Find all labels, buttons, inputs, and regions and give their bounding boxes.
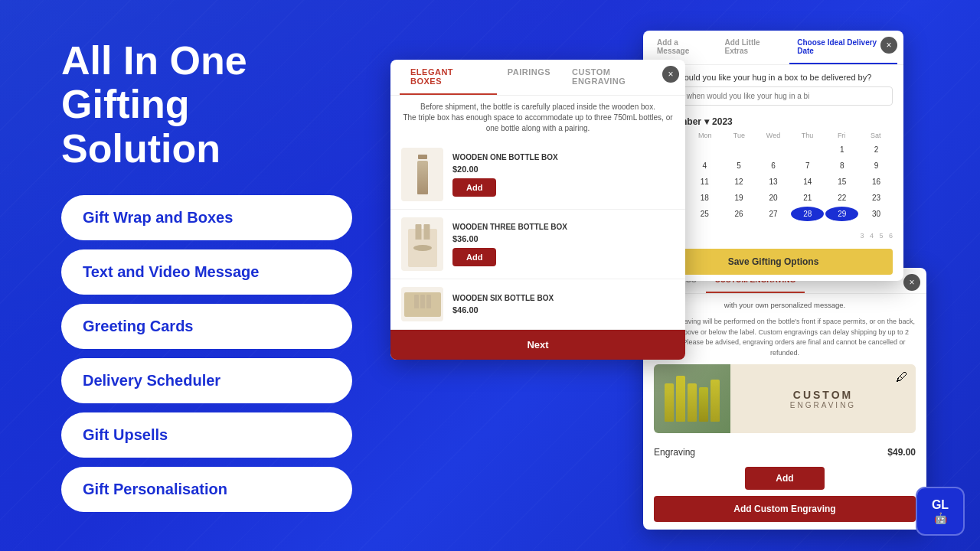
cal-day[interactable]: 26: [723, 207, 756, 221]
right-area: × ELEGANT BOXES PAIRINGS CUSTOM ENGRAVIN…: [383, 0, 980, 551]
cal-day[interactable]: [791, 142, 824, 157]
cal-day[interactable]: 21: [791, 191, 824, 205]
headline-line1: All In One: [61, 38, 247, 83]
modal3-description: Your engraving will be performed on the …: [643, 317, 926, 364]
add-one-bottle-button[interactable]: Add: [452, 178, 496, 197]
next-button[interactable]: Next: [390, 330, 685, 360]
cal-day[interactable]: 20: [757, 191, 790, 205]
product-name-six-bottle: WOODEN SIX BOTTLE BOX: [452, 294, 675, 302]
cal-day[interactable]: 18: [688, 191, 721, 205]
cal-day[interactable]: 2: [860, 142, 893, 157]
cal-day[interactable]: [688, 142, 721, 157]
engraving-product-name: Engraving: [654, 447, 695, 458]
headline: All In One Gifting Solution: [61, 39, 352, 171]
cal-day[interactable]: 12: [723, 174, 756, 189]
cal-day[interactable]: 6: [757, 158, 790, 173]
calendar-year-separator: ▾: [704, 116, 709, 127]
product-img-one-bottle: [401, 148, 443, 201]
logo: GL 🤖: [916, 487, 965, 536]
modal1-close-button[interactable]: ×: [662, 66, 679, 83]
cal-day[interactable]: 30: [860, 207, 893, 221]
product-price-one-bottle: $20.00: [452, 165, 675, 174]
logo-text: GL: [932, 498, 949, 512]
engraving-banner: CUSTOM ENGRAVING 🖊: [654, 364, 916, 433]
feature-btn-upsells[interactable]: Gift Upsells: [61, 412, 352, 458]
cal-day[interactable]: 11: [688, 174, 721, 189]
cal-day[interactable]: 9: [860, 158, 893, 173]
engraving-label: CUSTOM: [793, 389, 853, 401]
engraving-product-price: $49.00: [887, 447, 916, 458]
product-price-three-bottle: $36.00: [452, 234, 675, 243]
add-engraving-button[interactable]: Add: [745, 467, 824, 490]
modal-custom-engraving: × PAIRINGS CUSTOM ENGRAVING with your ow…: [643, 268, 926, 530]
cal-day[interactable]: [723, 142, 756, 157]
product-info-one-bottle: WOODEN ONE BOTTLE BOX $20.00 Add: [452, 153, 675, 197]
cal-day-today[interactable]: 28: [791, 207, 824, 221]
cal-day[interactable]: 27: [757, 207, 790, 221]
modal2-close-button[interactable]: ×: [880, 37, 897, 54]
tab-elegant-boxes[interactable]: ELEGANT BOXES: [400, 60, 497, 95]
left-panel: All In One Gifting Solution Gift Wrap an…: [0, 0, 383, 551]
cal-day[interactable]: 22: [825, 191, 858, 205]
product-six-bottle: WOODEN SIX BOTTLE BOX $46.00: [390, 279, 685, 330]
feature-list: Gift Wrap and BoxesText and Video Messag…: [61, 195, 352, 512]
cal-day-headers: Sun Mon Tue Wed Thu Fri Sat: [654, 132, 893, 139]
engraving-photo: [654, 364, 730, 433]
cal-day[interactable]: 15: [825, 174, 858, 189]
product-img-three-bottle: [401, 217, 443, 271]
headline-line3: Solution: [61, 126, 220, 171]
add-custom-engraving-button[interactable]: Add Custom Engraving: [654, 496, 916, 522]
cal-days: 1 2 3 4 5 6 7 8 9 10 11 12 13 14 15 16 1…: [654, 142, 893, 221]
tab-custom-engraving[interactable]: CUSTOM ENGRAVING: [561, 60, 676, 95]
cal-day-29[interactable]: 29: [825, 207, 858, 221]
cal-day[interactable]: [757, 142, 790, 157]
modal1-tabs: ELEGANT BOXES PAIRINGS CUSTOM ENGRAVING: [390, 60, 685, 96]
feature-btn-delivery[interactable]: Delivery Scheduler: [61, 358, 352, 403]
delivery-date-input[interactable]: [654, 86, 893, 106]
cal-day[interactable]: 13: [757, 174, 790, 189]
cal-day[interactable]: 1: [825, 142, 858, 157]
product-img-six-bottle: [401, 287, 443, 321]
tab-add-extras[interactable]: Add Little Extras: [717, 31, 789, 64]
headline-line2: Gifting: [61, 82, 190, 126]
add-three-bottle-button[interactable]: Add: [452, 248, 496, 266]
cal-day[interactable]: 19: [723, 191, 756, 205]
feature-btn-gift-wrap[interactable]: Gift Wrap and Boxes: [61, 195, 352, 240]
modal-elegant-boxes: × ELEGANT BOXES PAIRINGS CUSTOM ENGRAVIN…: [390, 60, 685, 360]
engraving-product-row: Engraving $49.00: [643, 441, 926, 464]
feature-btn-personalisation[interactable]: Gift Personalisation: [61, 467, 352, 512]
modal1-subtitle: Before shipment, the bottle is carefully…: [390, 96, 685, 140]
calendar-year: 2023: [712, 116, 733, 127]
pen-icon: 🖊: [896, 370, 908, 384]
tab-pairings[interactable]: PAIRINGS: [497, 60, 561, 95]
cal-day[interactable]: 23: [860, 191, 893, 205]
modal3-subtitle: with your own personalized message.: [643, 294, 926, 317]
cal-footer-right: 3 4 5 6: [860, 232, 893, 240]
cal-day[interactable]: 7: [791, 158, 824, 173]
product-name-one-bottle: WOODEN ONE BOTTLE BOX: [452, 153, 675, 161]
engraving-sublabel: ENGRAVING: [790, 401, 856, 409]
cal-day[interactable]: 25: [688, 207, 721, 221]
product-info-six-bottle: WOODEN SIX BOTTLE BOX $46.00: [452, 294, 675, 315]
cal-day[interactable]: 14: [791, 174, 824, 189]
product-info-three-bottle: WOODEN THREE BOTTLE BOX $36.00 Add: [452, 223, 675, 266]
product-name-three-bottle: WOODEN THREE BOTTLE BOX: [452, 223, 675, 231]
feature-btn-text-video[interactable]: Text and Video Message: [61, 249, 352, 295]
logo-icon: 🤖: [934, 512, 947, 524]
modal3-close-button[interactable]: ×: [903, 274, 920, 291]
cal-day[interactable]: 5: [723, 158, 756, 173]
cal-day[interactable]: 16: [860, 174, 893, 189]
save-gifting-options-button[interactable]: Save Gifting Options: [654, 249, 893, 275]
engraving-label-area: CUSTOM ENGRAVING: [730, 364, 916, 433]
product-price-six-bottle: $46.00: [452, 305, 675, 315]
product-three-bottle: WOODEN THREE BOTTLE BOX $36.00 Add: [390, 210, 685, 279]
cal-day[interactable]: 8: [825, 158, 858, 173]
feature-btn-greeting[interactable]: Greeting Cards: [61, 304, 352, 349]
cal-day[interactable]: 4: [688, 158, 721, 173]
product-one-bottle: WOODEN ONE BOTTLE BOX $20.00 Add: [390, 140, 685, 210]
